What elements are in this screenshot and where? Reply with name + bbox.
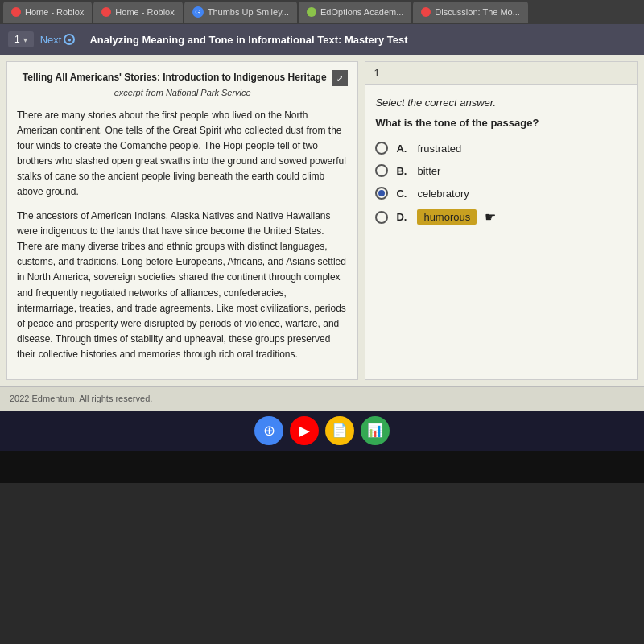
youtube-label: ▶ bbox=[299, 422, 310, 440]
question-panel: 1 Select the correct answer. What is the… bbox=[365, 61, 638, 380]
tab-thumbs-up[interactable]: G Thumbs Up Smiley... bbox=[184, 2, 297, 23]
next-label: Next bbox=[40, 34, 62, 46]
option-b-letter: B. bbox=[396, 165, 409, 177]
question-number-bar: 1 bbox=[365, 62, 637, 85]
tab-label-4: EdOptions Academ... bbox=[320, 7, 403, 17]
question-counter[interactable]: 1 ▾ bbox=[8, 31, 34, 47]
next-circle-icon: ● bbox=[64, 34, 75, 45]
tab-discussion[interactable]: Discussion: The Mo... bbox=[413, 2, 528, 23]
passage-subtitle: excerpt from National Park Service bbox=[17, 86, 348, 100]
footer: 2022 Edmentum. All rights reserved. bbox=[0, 386, 644, 411]
radio-d[interactable] bbox=[375, 211, 388, 224]
question-body: Select the correct answer. What is the t… bbox=[365, 85, 637, 246]
option-a[interactable]: A. frustrated bbox=[375, 142, 627, 155]
tab-edoptions[interactable]: EdOptions Academ... bbox=[299, 2, 411, 23]
option-d-letter: D. bbox=[396, 211, 409, 223]
radio-b[interactable] bbox=[375, 164, 388, 177]
nav-bar: 1 ▾ Next ● Analyzing Meaning and Tone in… bbox=[0, 24, 644, 55]
passage-panel: ⤢ Telling All Americans' Stories: Introd… bbox=[6, 61, 358, 380]
option-a-text: frustrated bbox=[417, 142, 461, 155]
taskbar-docs-icon[interactable]: 📄 bbox=[325, 416, 354, 445]
sheets-label: 📊 bbox=[367, 423, 383, 438]
radio-c[interactable] bbox=[375, 187, 388, 200]
docs-label: 📄 bbox=[332, 423, 348, 438]
tab-label-2: Home - Roblox bbox=[115, 7, 174, 17]
passage-paragraph-1: There are many stories about the first p… bbox=[17, 108, 348, 200]
option-a-letter: A. bbox=[396, 142, 409, 155]
instruction-text: Select the correct answer. bbox=[375, 97, 627, 109]
passage-title: Telling All Americans' Stories: Introduc… bbox=[17, 70, 348, 85]
roblox-icon-1 bbox=[11, 7, 21, 17]
bottom-band bbox=[0, 451, 644, 483]
passage-paragraph-2: The ancestors of American Indians, Alask… bbox=[17, 208, 348, 363]
roblox-icon-2 bbox=[101, 7, 111, 17]
tab-home-roblox-2[interactable]: Home - Roblox bbox=[93, 2, 182, 23]
discussion-icon bbox=[421, 7, 431, 17]
taskbar-youtube-icon[interactable]: ▶ bbox=[290, 416, 319, 445]
question-num-display: 1 bbox=[374, 67, 379, 79]
taskbar-sheets-icon[interactable]: 📊 bbox=[361, 416, 390, 445]
radio-c-fill bbox=[378, 190, 385, 196]
radio-a[interactable] bbox=[375, 142, 388, 155]
tab-label-1: Home - Roblox bbox=[25, 7, 84, 17]
option-b[interactable]: B. bitter bbox=[375, 164, 627, 177]
page-title: Analyzing Meaning and Tone in Informatio… bbox=[89, 34, 407, 46]
tab-label-3: Thumbs Up Smiley... bbox=[208, 7, 289, 17]
tab-home-roblox-1[interactable]: Home - Roblox bbox=[3, 2, 92, 23]
taskbar-chrome-icon[interactable]: ⊕ bbox=[254, 416, 283, 445]
next-button[interactable]: Next ● bbox=[40, 34, 76, 46]
option-c-text: celebratory bbox=[417, 188, 469, 200]
copyright-text: 2022 Edmentum. All rights reserved. bbox=[10, 394, 152, 403]
expand-button[interactable]: ⤢ bbox=[332, 70, 348, 86]
cursor-icon: ☛ bbox=[485, 209, 496, 225]
google-icon: G bbox=[192, 6, 204, 18]
question-number: 1 bbox=[14, 34, 20, 45]
option-d[interactable]: D. humorous ☛ bbox=[375, 209, 627, 225]
chevron-down-icon: ▾ bbox=[23, 35, 27, 44]
tab-bar: Home - Roblox Home - Roblox G Thumbs Up … bbox=[0, 0, 644, 24]
edoptions-icon bbox=[307, 7, 316, 17]
question-text: What is the tone of the passage? bbox=[375, 117, 627, 129]
content-area: ⤢ Telling All Americans' Stories: Introd… bbox=[0, 55, 644, 386]
tab-label-5: Discussion: The Mo... bbox=[435, 7, 520, 17]
option-c-letter: C. bbox=[396, 188, 409, 200]
option-d-text: humorous bbox=[417, 209, 477, 225]
taskbar: ⊕ ▶ 📄 📊 bbox=[0, 411, 644, 451]
option-b-text: bitter bbox=[417, 165, 440, 177]
chrome-label: ⊕ bbox=[263, 422, 275, 440]
option-c[interactable]: C. celebratory bbox=[375, 187, 627, 200]
